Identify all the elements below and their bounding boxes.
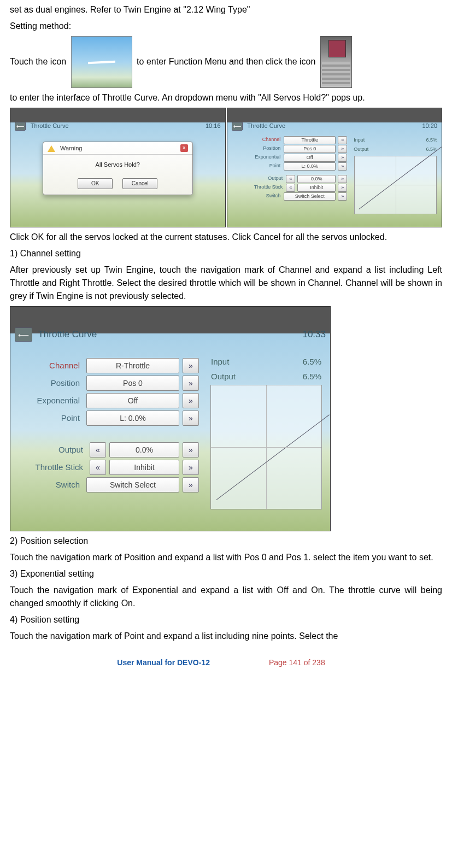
channel-label: Channel <box>13 360 83 372</box>
channel-field: Throttle <box>284 136 336 144</box>
output-value: 6.5% <box>303 371 321 383</box>
output-label: Output <box>13 444 86 456</box>
output-label: Output <box>228 175 284 183</box>
chevron-right-icon[interactable]: » <box>183 460 199 475</box>
channel-label: Channel <box>228 136 282 144</box>
point-label: Point <box>13 412 83 425</box>
screenshot-pair: ⟵ Throttle Curve 10:16 Warning × All Ser… <box>10 108 442 227</box>
section1-body: After previously set up Twin Engine, tou… <box>10 263 442 303</box>
touch-icon-paragraph: Touch the icon to enter Function Menu an… <box>10 36 442 88</box>
position-label: Position <box>13 377 83 390</box>
exponential-field: Off <box>86 393 179 408</box>
point-label: Point <box>228 162 282 170</box>
back-icon[interactable]: ⟵ <box>232 122 243 131</box>
after-icon2-paragraph: to enter the interface of Throttle Curve… <box>10 91 442 104</box>
chevron-right-icon[interactable]: » <box>183 358 199 373</box>
warning-icon <box>48 145 55 152</box>
titlebar: ⟵ Throttle Curve 10:16 <box>10 120 225 132</box>
screen-title: Throttle Curve <box>247 122 285 129</box>
throttle-stick-label: Throttle Stick <box>228 184 284 191</box>
chevron-right-icon[interactable]: » <box>338 136 347 144</box>
clock: 10:33 <box>302 327 326 342</box>
output-field: 0.0% <box>109 442 179 458</box>
input-label: Input <box>211 356 229 368</box>
screen-title: Throttle Curve <box>38 329 97 339</box>
text-between-icons: to enter Function Menu and then click th… <box>137 57 315 66</box>
warning-message: All Servos Hold? <box>43 155 192 175</box>
position-field: Pos 0 <box>86 376 179 391</box>
function-menu-icon[interactable] <box>71 36 132 88</box>
close-icon[interactable]: × <box>180 144 188 152</box>
output-label: Output <box>354 146 368 154</box>
chevron-right-icon[interactable]: » <box>183 393 199 408</box>
chevron-right-icon[interactable]: » <box>338 145 347 153</box>
section4-heading: 4) Position setting <box>10 613 442 626</box>
chevron-left-icon[interactable]: « <box>286 175 295 183</box>
screenshot-throttle-settings: ⟵ Throttle Curve 10:20 Channel Throttle … <box>227 108 443 227</box>
page-number: Page 141 of 238 <box>259 657 335 668</box>
back-icon[interactable]: ⟵ <box>15 122 26 131</box>
exponential-label: Exponential <box>13 395 83 407</box>
chevron-right-icon[interactable]: » <box>338 162 347 171</box>
section2-body: Touch the navigation mark of Position an… <box>10 551 442 564</box>
para-after-pair: Click OK for all the servos locked at th… <box>10 231 442 244</box>
curve-graph <box>354 156 437 214</box>
throttle-stick-field: Inhibit <box>297 184 336 192</box>
clock: 10:16 <box>206 121 221 131</box>
screenshot-warning: ⟵ Throttle Curve 10:16 Warning × All Ser… <box>10 108 226 227</box>
titlebar: ⟵ Throttle Curve 10:33 <box>10 325 330 344</box>
chevron-left-icon[interactable]: « <box>90 460 106 475</box>
exponential-label: Exponential <box>228 154 282 161</box>
exponential-field: Off <box>284 154 336 162</box>
intro-line1: set as dual engines. Refer to Twin Engin… <box>10 3 442 16</box>
throttle-stick-label: Throttle Stick <box>13 461 86 474</box>
point-field: L: 0.0% <box>284 162 336 171</box>
setting-method: Setting method: <box>10 20 442 33</box>
ok-button[interactable]: OK <box>78 178 113 189</box>
titlebar: ⟵ Throttle Curve 10:20 <box>227 120 442 132</box>
throttle-stick-field: Inhibit <box>109 460 179 475</box>
switch-field[interactable]: Switch Select <box>86 477 179 492</box>
chevron-right-icon[interactable]: » <box>338 192 347 201</box>
warning-dialog: Warning × All Servos Hold? OK Cancel <box>43 142 193 195</box>
back-icon[interactable]: ⟵ <box>15 327 32 342</box>
section3-body: Touch the navigation mark of Exponential… <box>10 584 442 610</box>
chevron-right-icon[interactable]: » <box>338 175 347 183</box>
input-value: 6.5% <box>303 356 321 368</box>
switch-label: Switch <box>228 192 282 200</box>
chevron-right-icon[interactable]: » <box>183 410 199 426</box>
screenshot-channel-setting: ⟵ Throttle Curve 10:33 Channel R-Throttl… <box>10 306 331 531</box>
page-footer: User Manual for DEVO-12 Page 141 of 238 <box>0 646 452 679</box>
curve-graph <box>210 385 322 509</box>
chevron-right-icon[interactable]: » <box>338 154 347 162</box>
output-value: 6.5% <box>426 146 437 154</box>
warning-label: Warning <box>60 145 83 151</box>
chevron-right-icon[interactable]: » <box>183 477 199 492</box>
section3-heading: 3) Exponential setting <box>10 567 442 580</box>
throttle-curve-icon[interactable] <box>320 36 352 88</box>
clock: 10:20 <box>422 121 437 131</box>
section1-heading: 1) Channel setting <box>10 247 442 260</box>
manual-name: User Manual for DEVO-12 <box>117 657 210 668</box>
input-label: Input <box>354 137 365 144</box>
cancel-button[interactable]: Cancel <box>122 178 157 189</box>
section2-heading: 2) Position selection <box>10 535 442 548</box>
output-label: Output <box>211 371 236 383</box>
chevron-right-icon[interactable]: » <box>338 184 347 192</box>
chevron-left-icon[interactable]: « <box>286 184 295 192</box>
switch-label: Switch <box>13 479 83 491</box>
chevron-right-icon[interactable]: » <box>183 442 199 458</box>
text-before-icon1: Touch the icon <box>10 57 66 66</box>
output-field: 0.0% <box>297 175 336 183</box>
channel-field: R-Throttle <box>86 358 179 373</box>
position-label: Position <box>228 145 282 153</box>
input-value: 6.5% <box>426 137 437 144</box>
switch-field[interactable]: Switch Select <box>284 192 336 201</box>
chevron-left-icon[interactable]: « <box>90 442 106 458</box>
position-field: Pos 0 <box>284 145 336 153</box>
chevron-right-icon[interactable]: » <box>183 376 199 391</box>
point-field: L: 0.0% <box>86 410 179 426</box>
screen-title: Throttle Curve <box>31 122 69 129</box>
section4-body: Touch the navigation mark of Point and e… <box>10 630 442 643</box>
